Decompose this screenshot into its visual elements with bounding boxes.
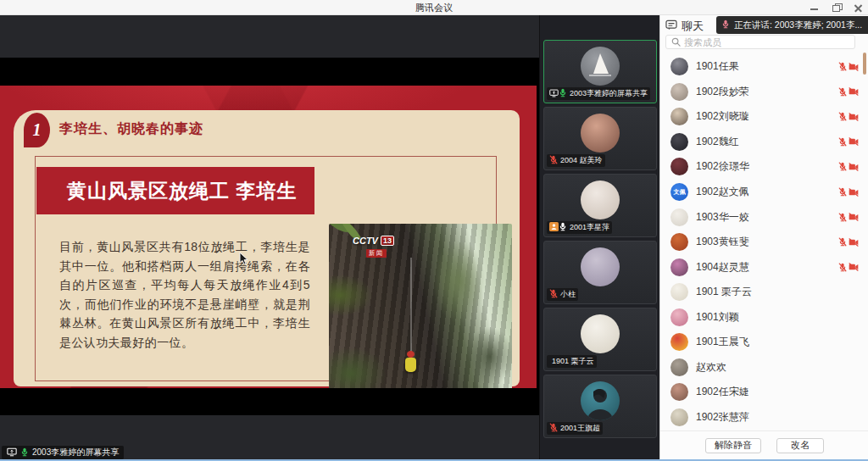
member-name: 1901刘颖 [696, 310, 739, 325]
participant-name: 2001王旗超 [560, 423, 600, 434]
member-status-icons [838, 137, 859, 147]
member-name: 1901任果 [696, 59, 739, 74]
member-avatar [670, 408, 688, 426]
mic-on-icon [20, 447, 29, 458]
cursor-icon [239, 252, 249, 265]
member-list: 1901任果 1902段妙荣 1902刘晓璇 1902魏红 1902徐璟华 文佩… [660, 54, 868, 430]
member-list-scrollbar[interactable] [863, 53, 866, 75]
search-icon [671, 35, 681, 50]
member-row[interactable]: 1901 栗子云 [660, 280, 868, 305]
participant-label: 2001李星萍 [547, 221, 612, 234]
cctv-news-tag: 新闻 [366, 249, 387, 258]
participant-name: 2003李雅婷的屏幕共享 [570, 88, 648, 99]
member-row[interactable]: 1901王晨飞 [660, 330, 868, 355]
member-avatar [670, 233, 688, 251]
member-avatar [670, 83, 688, 101]
members-chat-panel: 聊天 正在讲话: 2003李雅婷; 2001李... 1901任果 1902段妙… [659, 15, 868, 461]
participant-label: 2001王旗超 [547, 422, 603, 435]
member-name: 1902段妙荣 [696, 85, 749, 99]
member-row[interactable]: 1904赵灵慧 [660, 254, 868, 280]
climber-figure [405, 358, 416, 372]
speaking-mic-icon [721, 19, 730, 31]
video-tile[interactable]: 2001李星萍 [543, 174, 657, 237]
member-name: 1902张慧萍 [696, 410, 749, 425]
minimize-icon[interactable] [810, 3, 819, 12]
video-tile[interactable]: 2003李雅婷的屏幕共享 [543, 40, 657, 103]
search-input[interactable] [684, 37, 849, 47]
member-row[interactable]: 1903华一姣 [660, 204, 868, 230]
member-name: 1901 栗子云 [696, 285, 752, 299]
participant-status-icons [549, 222, 567, 233]
section-number-badge: 1 [24, 113, 50, 147]
member-row[interactable]: 1902段妙荣 [660, 80, 868, 105]
member-status-icons [838, 237, 859, 247]
member-search[interactable] [665, 35, 855, 49]
member-row[interactable]: 1902魏红 [660, 130, 868, 155]
member-row[interactable]: 1901刘颖 [660, 304, 868, 330]
member-name: 1902徐璟华 [696, 159, 749, 174]
participant-label: 2004 赵美玲 [547, 154, 605, 167]
member-avatar [670, 208, 688, 226]
participant-filmstrip: 2003李雅婷的屏幕共享 2004 赵美玲 2001李星萍 小柱 1901 栗子… [539, 15, 659, 461]
member-status-icons [838, 162, 859, 171]
member-row[interactable]: 1902任宋婕 [660, 380, 868, 405]
member-avatar [670, 358, 688, 376]
member-avatar [670, 283, 688, 301]
video-tile[interactable]: 2001王旗超 [543, 375, 657, 438]
participant-status-icons [549, 423, 558, 434]
member-status-icons [838, 213, 859, 222]
participant-avatar [581, 181, 620, 219]
window-title: 腾讯会议 [0, 2, 868, 14]
member-name: 1901王晨飞 [696, 335, 749, 349]
screen-share-icon [7, 447, 17, 458]
participant-avatar [581, 114, 620, 153]
participant-label: 1901 栗子云 [547, 355, 597, 368]
participant-status-icons [549, 88, 567, 99]
video-tile[interactable]: 小柱 [543, 241, 657, 304]
member-row[interactable]: 1902徐璟华 [660, 154, 868, 180]
member-name: 1902刘晓璇 [696, 109, 749, 124]
member-name: 1902赵文佩 [696, 185, 749, 199]
chat-tab-label: 聊天 [682, 19, 704, 34]
member-name: 1902任宋婕 [696, 385, 749, 399]
participant-avatar [581, 314, 620, 353]
slide-card: 1 李培生、胡晓春的事迹 黄山风景区放绳工 李培生 目前，黄山风景区共有18位放… [14, 110, 520, 386]
member-row[interactable]: 赵欢欢 [660, 355, 868, 380]
member-avatar: 文佩 [670, 183, 688, 201]
participant-status-icons [549, 289, 558, 300]
rename-button[interactable]: 改名 [776, 438, 824, 453]
panel-footer: 解除静音 改名 [660, 430, 868, 459]
presenter-share-label: 2003李雅婷的屏幕共享 [2, 446, 124, 459]
member-row[interactable]: 1903黄钰斐 [660, 230, 868, 255]
member-avatar [670, 258, 688, 276]
video-tile[interactable]: 2004 赵美玲 [543, 107, 657, 170]
member-row[interactable]: 文佩 1902赵文佩 [660, 180, 868, 205]
participant-name: 2004 赵美玲 [560, 155, 603, 166]
climber-helmet [407, 351, 415, 358]
member-row[interactable]: 1902张慧萍 [660, 405, 868, 430]
chat-tab[interactable]: 聊天 [665, 19, 704, 34]
member-avatar [670, 58, 688, 75]
participant-name: 1901 栗子云 [552, 356, 594, 367]
slide-photo: CCTV 13 新闻 [329, 224, 512, 388]
member-status-icons [838, 62, 859, 71]
climbing-rope [410, 258, 412, 359]
speaking-notification-text: 正在讲话: 2003李雅婷; 2001李... [734, 19, 862, 31]
close-icon[interactable] [854, 3, 863, 12]
member-name: 1903黄钰斐 [696, 235, 749, 249]
member-row[interactable]: 1901任果 [660, 54, 868, 80]
video-tile[interactable]: 1901 栗子云 [543, 308, 657, 371]
cctv-logo: CCTV 13 [353, 236, 394, 246]
participant-status-icons [549, 155, 558, 166]
member-status-icons [838, 87, 859, 97]
member-name: 赵欢欢 [696, 360, 726, 375]
member-row[interactable]: 1902刘晓璇 [660, 104, 868, 130]
member-status-icons [838, 187, 859, 197]
maximize-icon[interactable] [832, 3, 841, 12]
unmute-button[interactable]: 解除静音 [705, 438, 761, 453]
slide-body-text: 目前，黄山风景区共有18位放绳工，李培生是其中一位。他和搭档两人一组肩挎绳索，在… [59, 237, 310, 352]
member-avatar [670, 133, 688, 151]
member-status-icons [838, 263, 859, 272]
participant-name: 2001李星萍 [570, 222, 609, 233]
member-avatar [670, 333, 688, 351]
